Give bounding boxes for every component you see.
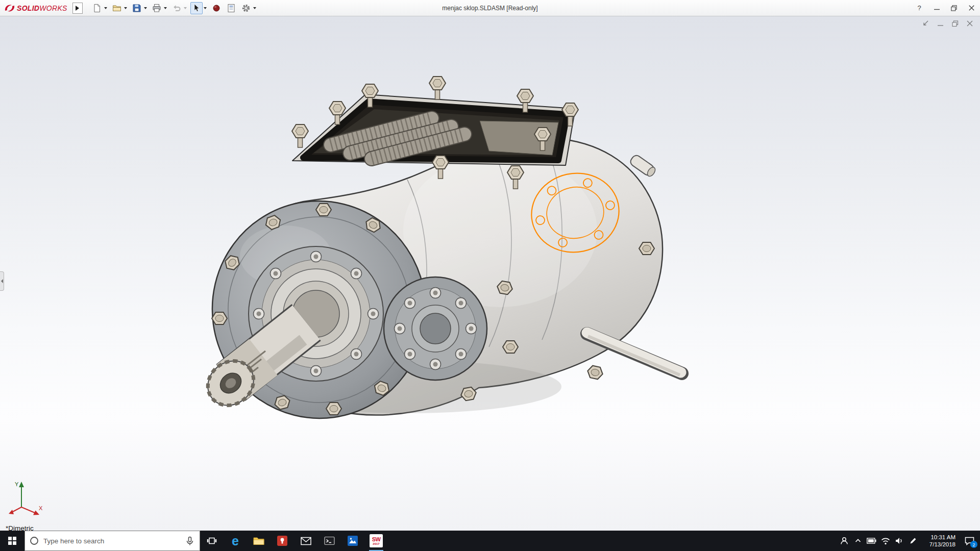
file-explorer-icon — [253, 536, 264, 545]
restore-button[interactable] — [945, 0, 963, 16]
dock-icon — [922, 20, 929, 27]
chevron-up-icon — [854, 537, 862, 544]
doc-dock-button[interactable] — [920, 19, 930, 28]
solidworks-logo: SOLIDWORKS — [4, 3, 67, 13]
taskbar-app-console[interactable] — [317, 531, 341, 551]
taskbar-app-edge[interactable]: e — [224, 531, 247, 551]
options-button[interactable] — [240, 2, 252, 14]
options-dropdown[interactable] — [252, 3, 257, 14]
print-dropdown[interactable] — [163, 3, 168, 14]
housing-bolt[interactable] — [586, 365, 604, 380]
doc-close-button[interactable] — [965, 19, 975, 28]
battery-icon — [867, 538, 876, 544]
pen-icon — [909, 537, 917, 545]
microphone-icon[interactable] — [185, 536, 195, 546]
file-properties-button[interactable] — [225, 2, 237, 14]
undo-dropdown[interactable] — [183, 3, 188, 14]
mail-icon — [301, 537, 311, 545]
select-tool-button[interactable] — [190, 2, 203, 14]
taskbar-search[interactable] — [24, 531, 200, 551]
taskbar: e SW — [0, 531, 980, 551]
file-properties-icon — [227, 4, 236, 13]
new-document-dropdown[interactable] — [103, 3, 108, 14]
ds-swirl-icon — [4, 3, 15, 13]
network-button[interactable] — [878, 531, 892, 551]
open-dropdown[interactable] — [123, 3, 128, 14]
logo-text: SOLIDWORKS — [17, 4, 67, 12]
solidworks-taskbar-icon: SW 2017 — [370, 534, 383, 547]
console-icon — [324, 536, 335, 545]
x-axis-label: X — [39, 505, 43, 511]
document-window-controls — [920, 19, 975, 28]
minimize-icon — [934, 5, 940, 11]
undo-button[interactable] — [170, 2, 183, 14]
taskbar-app-red[interactable] — [271, 531, 294, 551]
save-button[interactable] — [131, 2, 143, 14]
red-app-icon — [277, 535, 288, 546]
y-axis-label: Y — [15, 481, 19, 487]
reference-triad: Y X — [3, 479, 47, 522]
notification-badge: 2 — [970, 541, 977, 548]
doc-minimize-icon — [937, 20, 944, 27]
help-button[interactable]: ? — [911, 0, 928, 16]
taskbar-clock[interactable]: 10:31 AM 7/13/2018 — [920, 531, 959, 551]
clock-date: 7/13/2018 — [929, 541, 955, 548]
save-floppy-icon — [132, 4, 141, 13]
close-icon — [969, 5, 974, 11]
taskbar-app-solidworks[interactable]: SW 2017 — [364, 531, 388, 551]
task-view-button[interactable] — [200, 531, 224, 551]
search-input[interactable] — [43, 537, 180, 545]
secondary-flange[interactable] — [384, 277, 487, 380]
menu-flyout-button[interactable] — [72, 3, 83, 14]
graphics-viewport[interactable]: Y X *Dimetric — [0, 16, 980, 531]
people-button[interactable] — [837, 531, 851, 551]
speaker-icon — [895, 537, 903, 545]
system-tray: 10:31 AM 7/13/2018 2 — [837, 531, 980, 551]
hidden-icons-button[interactable] — [851, 531, 865, 551]
z-axis-arrow — [9, 510, 14, 514]
rebuild-icon — [212, 4, 220, 12]
doc-minimize-button[interactable] — [935, 19, 945, 28]
gearbox-model[interactable] — [0, 16, 980, 531]
doc-restore-icon — [952, 20, 959, 27]
rebuild-button[interactable] — [210, 2, 223, 14]
select-tool-dropdown[interactable] — [203, 3, 208, 14]
doc-restore-button[interactable] — [950, 19, 960, 28]
pen-button[interactable] — [906, 531, 920, 551]
new-document-button[interactable] — [91, 2, 103, 14]
doc-close-icon — [967, 20, 973, 27]
open-button[interactable] — [111, 2, 123, 14]
taskbar-app-photos[interactable] — [341, 531, 364, 551]
print-button[interactable] — [151, 2, 163, 14]
task-pane-handle[interactable] — [0, 271, 4, 291]
taskbar-app-mail[interactable] — [294, 531, 317, 551]
clock-time: 10:31 AM — [930, 534, 955, 541]
action-center-button[interactable]: 2 — [959, 531, 980, 551]
open-folder-icon — [112, 4, 121, 13]
volume-button[interactable] — [892, 531, 906, 551]
housing-bolt[interactable] — [639, 242, 654, 255]
taskbar-app-file-explorer[interactable] — [247, 531, 271, 551]
output-shaft[interactable] — [587, 333, 682, 375]
cortana-icon — [30, 536, 39, 545]
window-controls: ? — [911, 0, 980, 16]
edge-icon: e — [232, 535, 239, 547]
task-view-icon — [207, 536, 217, 545]
flyout-arrow-icon — [76, 6, 79, 11]
titlebar: SOLIDWORKS — [0, 0, 980, 16]
wifi-icon — [881, 537, 890, 545]
close-button[interactable] — [963, 0, 980, 16]
view-orientation-label: *Dimetric — [6, 524, 34, 531]
windows-logo-icon — [8, 537, 16, 545]
quick-access-toolbar — [90, 2, 258, 15]
gear-icon — [241, 4, 251, 13]
battery-button[interactable] — [865, 531, 878, 551]
restore-icon — [951, 5, 957, 11]
save-dropdown[interactable] — [143, 3, 148, 14]
start-button[interactable] — [0, 531, 24, 551]
print-icon — [152, 4, 161, 13]
minimize-button[interactable] — [928, 0, 945, 16]
undo-icon — [172, 4, 181, 13]
document-title: menjac sklop.SLDASM [Read-only] — [442, 5, 537, 12]
people-icon — [840, 536, 849, 545]
